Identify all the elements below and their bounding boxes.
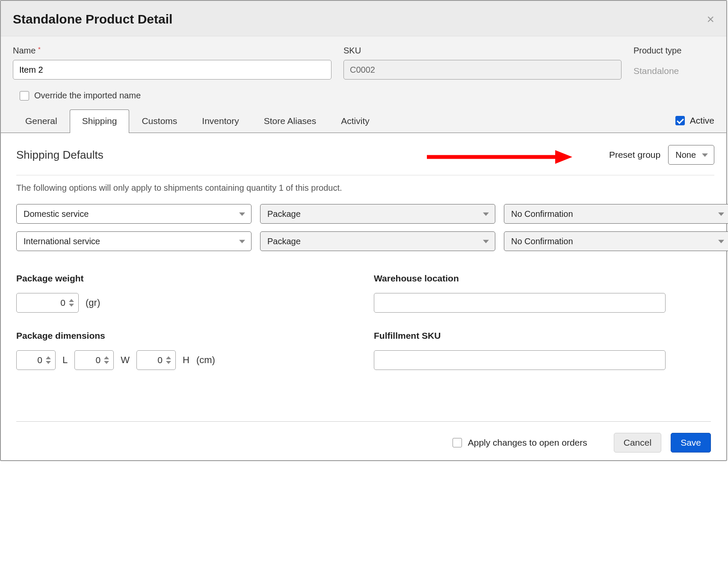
dimensions-label: Package dimensions [16, 331, 357, 341]
section-header: Shipping Defaults Preset group None [16, 145, 714, 175]
save-button[interactable]: Save [671, 433, 711, 453]
bottom-grid: Package weight 0 (gr) Warehouse location [16, 273, 714, 370]
international-service-select[interactable]: International service [16, 231, 252, 251]
name-input[interactable] [13, 60, 331, 80]
international-package-select[interactable]: Package [260, 231, 495, 251]
override-row: Override the imported name [13, 80, 714, 106]
length-tag: L [62, 355, 68, 366]
close-icon[interactable]: × [707, 13, 714, 26]
height-tag: H [183, 355, 189, 366]
international-confirmation-value: No Confirmation [511, 237, 573, 246]
chevron-down-icon [483, 213, 489, 216]
international-service-value: International service [24, 237, 100, 246]
domestic-confirmation-value: No Confirmation [511, 209, 573, 219]
tab-shipping[interactable]: Shipping [70, 109, 130, 133]
apply-changes-label: Apply changes to open orders [468, 438, 587, 448]
domestic-service-value: Domestic service [24, 209, 89, 219]
section-title: Shipping Defaults [16, 148, 104, 162]
dimensions-unit: (cm) [196, 355, 215, 366]
active-checkbox[interactable] [675, 116, 685, 125]
weight-value: 0 [17, 298, 67, 308]
tab-activity[interactable]: Activity [328, 109, 382, 133]
product-type-value: Standalone [633, 60, 714, 76]
warehouse-block: Warehouse location [374, 273, 714, 313]
fulfillment-block: Fulfillment SKU [374, 331, 714, 370]
annotation-arrow-icon [427, 149, 572, 165]
override-label: Override the imported name [34, 91, 141, 101]
package-weight-label: Package weight [16, 273, 357, 284]
hint-text: The following options will only apply to… [16, 183, 714, 193]
modal-title: Standalone Product Detail [13, 12, 172, 27]
spinner-icon[interactable] [69, 293, 76, 312]
height-value: 0 [137, 355, 164, 365]
shipping-body: Shipping Defaults Preset group None The … [1, 133, 726, 370]
chevron-down-icon [718, 240, 724, 243]
sku-label: SKU [343, 46, 621, 56]
spinner-icon[interactable] [46, 351, 53, 370]
width-input[interactable]: 0 [74, 350, 114, 370]
modal-footer: Apply changes to open orders Cancel Save [16, 421, 711, 460]
chevron-down-icon [239, 240, 245, 243]
weight-row: 0 (gr) [16, 293, 357, 313]
warehouse-label: Warehouse location [374, 273, 714, 284]
domestic-service-select[interactable]: Domestic service [16, 204, 252, 224]
service-grid: Domestic service Package No Confirmation… [16, 204, 714, 251]
tabs: General Shipping Customs Inventory Store… [13, 109, 382, 133]
product-type-block: Product type Standalone [633, 46, 714, 76]
svg-marker-1 [555, 150, 572, 164]
height-input[interactable]: 0 [136, 350, 176, 370]
chevron-down-icon [702, 154, 708, 157]
weight-input[interactable]: 0 [16, 293, 79, 313]
top-form: Name * SKU Product type Standalone Overr… [1, 36, 726, 106]
tab-general[interactable]: General [13, 109, 70, 133]
width-tag: W [121, 355, 130, 366]
apply-changes-checkbox[interactable] [453, 438, 462, 447]
length-value: 0 [17, 355, 44, 365]
name-field-block: Name * [13, 46, 331, 80]
domestic-package-select[interactable]: Package [260, 204, 495, 224]
active-label: Active [690, 115, 714, 126]
name-label-text: Name [13, 46, 36, 55]
tabs-row: General Shipping Customs Inventory Store… [1, 106, 726, 133]
domestic-package-value: Package [267, 209, 301, 219]
dimensions-row: 0 L 0 W 0 H (cm) [16, 350, 357, 370]
tab-store-aliases[interactable]: Store Aliases [252, 109, 329, 133]
package-weight-block: Package weight 0 (gr) [16, 273, 357, 313]
package-dimensions-block: Package dimensions 0 L 0 W 0 [16, 331, 357, 370]
sku-field-block: SKU [343, 46, 621, 80]
domestic-confirmation-select[interactable]: No Confirmation [504, 204, 728, 224]
international-package-value: Package [267, 237, 301, 246]
chevron-down-icon [239, 213, 245, 216]
chevron-down-icon [483, 240, 489, 243]
length-input[interactable]: 0 [16, 350, 56, 370]
active-toggle: Active [675, 115, 714, 133]
spinner-icon[interactable] [166, 351, 173, 370]
apply-changes-wrap: Apply changes to open orders [453, 438, 587, 448]
fulfillment-label: Fulfillment SKU [374, 331, 714, 341]
width-value: 0 [75, 355, 102, 365]
preset-group-wrap: Preset group None [609, 145, 714, 165]
product-detail-modal: Standalone Product Detail × Name * SKU P… [0, 0, 727, 461]
override-checkbox[interactable] [20, 91, 29, 101]
preset-group-select[interactable]: None [668, 145, 714, 165]
sku-input [343, 60, 621, 80]
fulfillment-input[interactable] [374, 350, 666, 370]
chevron-down-icon [718, 213, 724, 216]
spinner-icon[interactable] [104, 351, 111, 370]
name-label: Name * [13, 46, 331, 56]
tab-customs[interactable]: Customs [129, 109, 189, 133]
preset-group-value: None [675, 150, 696, 160]
preset-group-label: Preset group [609, 150, 660, 160]
product-type-label: Product type [633, 46, 714, 56]
warehouse-input[interactable] [374, 293, 666, 313]
international-confirmation-select[interactable]: No Confirmation [504, 231, 728, 251]
weight-unit: (gr) [86, 297, 100, 308]
required-asterisk-icon: * [38, 45, 41, 53]
modal-header: Standalone Product Detail × [1, 1, 726, 36]
tab-inventory[interactable]: Inventory [189, 109, 251, 133]
top-form-row: Name * SKU Product type Standalone [13, 46, 714, 80]
cancel-button[interactable]: Cancel [614, 433, 661, 453]
